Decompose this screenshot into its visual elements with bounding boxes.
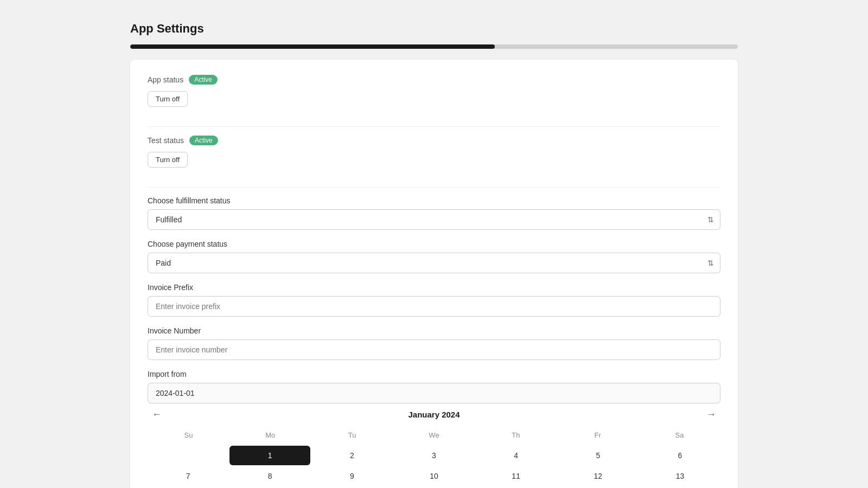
page-title: App Settings: [130, 22, 204, 36]
divider-1: [148, 126, 720, 127]
calendar: ← January 2024 → Su Mo Tu We Th Fr Sa 12…: [148, 410, 720, 488]
cal-day-1[interactable]: 1: [229, 446, 310, 465]
weekday-mo: Mo: [229, 428, 311, 442]
import-from-label: Import from: [148, 370, 720, 378]
divider-2: [148, 187, 720, 188]
cal-day-12[interactable]: 12: [558, 466, 639, 486]
cal-day-7[interactable]: 7: [148, 466, 228, 486]
calendar-header: ← January 2024 →: [148, 410, 720, 419]
weekday-th: Th: [475, 428, 557, 442]
cal-day-6[interactable]: 6: [640, 446, 720, 465]
weekday-we: We: [393, 428, 475, 442]
import-from-date[interactable]: 2024-01-01: [148, 383, 720, 403]
test-status-badge: Active: [189, 136, 218, 145]
calendar-grid: Su Mo Tu We Th Fr Sa 1234567891011121314…: [148, 428, 720, 488]
progress-bar-fill: [130, 44, 495, 49]
test-status-row: Test status Active: [148, 136, 720, 145]
calendar-days: 1234567891011121314151617181920212223242…: [148, 446, 720, 488]
invoice-prefix-label: Invoice Prefix: [148, 283, 720, 292]
cal-day-5[interactable]: 5: [558, 446, 639, 465]
app-status-label: App status: [148, 75, 183, 84]
fulfillment-select[interactable]: Fulfilled Unfulfilled Partial: [148, 209, 720, 230]
calendar-prev-button[interactable]: ←: [148, 407, 166, 422]
fulfillment-select-wrapper: Fulfilled Unfulfilled Partial ⇅: [148, 209, 720, 230]
cal-day-13[interactable]: 13: [640, 466, 720, 486]
cal-day-8[interactable]: 8: [229, 466, 310, 486]
settings-card: App status Active Turn off Test status A…: [130, 60, 738, 488]
cal-day-10[interactable]: 10: [393, 466, 474, 486]
cal-day-4[interactable]: 4: [476, 446, 557, 465]
payment-label: Choose payment status: [148, 240, 720, 248]
calendar-month-title: January 2024: [408, 410, 459, 419]
cal-day-9[interactable]: 9: [311, 466, 392, 486]
app-turnoff-button[interactable]: Turn off: [148, 91, 188, 107]
weekday-fr: Fr: [557, 428, 639, 442]
calendar-weekdays: Su Mo Tu We Th Fr Sa: [148, 428, 720, 442]
progress-bar: [130, 44, 738, 49]
invoice-prefix-input[interactable]: [148, 296, 720, 317]
cal-day-empty: [148, 446, 228, 465]
invoice-number-label: Invoice Number: [148, 326, 720, 335]
fulfillment-label: Choose fulfillment status: [148, 196, 720, 205]
cal-day-3[interactable]: 3: [393, 446, 474, 465]
app-status-badge: Active: [189, 75, 218, 85]
cal-day-2[interactable]: 2: [311, 446, 392, 465]
payment-select[interactable]: Paid Unpaid Pending Refunded: [148, 253, 720, 273]
invoice-number-input[interactable]: [148, 339, 720, 360]
weekday-sa: Sa: [639, 428, 720, 442]
weekday-su: Su: [148, 428, 229, 442]
app-status-row: App status Active: [148, 75, 720, 85]
calendar-next-button[interactable]: →: [702, 407, 720, 422]
cal-day-11[interactable]: 11: [476, 466, 557, 486]
payment-select-wrapper: Paid Unpaid Pending Refunded ⇅: [148, 253, 720, 273]
test-status-label: Test status: [148, 136, 184, 145]
test-turnoff-button[interactable]: Turn off: [148, 152, 188, 168]
weekday-tu: Tu: [311, 428, 393, 442]
